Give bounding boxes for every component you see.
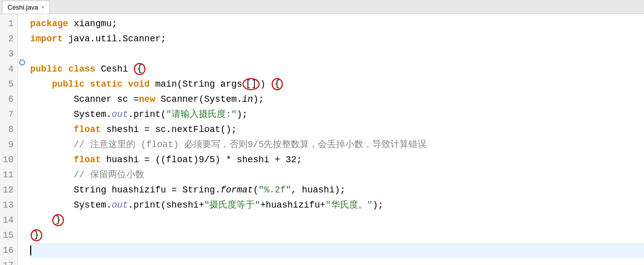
tab-bar: Ceshi.java × bbox=[0, 0, 644, 14]
code-line-10: float huashi = ((float)9/5) * sheshi + 3… bbox=[30, 152, 644, 167]
code-line-7: System.out.print("请输入摄氏度:"); bbox=[30, 107, 644, 122]
line-numbers: 1 2 3 4 5 6 7 8 9 10 11 12 13 14 15 16 1… bbox=[0, 14, 18, 265]
tab-ceshi[interactable]: Ceshi.java × bbox=[2, 1, 50, 14]
code-line-9: // 注意这里的 (float) 必须要写，否则9/5先按整数算，会丢掉小数，导… bbox=[30, 137, 644, 152]
breakpoint-icon bbox=[19, 59, 25, 65]
code-area[interactable]: package xiangmu; import java.util.Scanne… bbox=[26, 14, 644, 265]
left-gutter bbox=[18, 14, 26, 265]
code-line-2: import java.util.Scanner; bbox=[30, 31, 644, 46]
tab-close-icon[interactable]: × bbox=[41, 4, 44, 10]
code-line-17 bbox=[30, 258, 644, 265]
editor-container: 1 2 3 4 5 6 7 8 9 10 11 12 13 14 15 16 1… bbox=[0, 14, 644, 265]
code-line-1: package xiangmu; bbox=[30, 16, 644, 31]
code-line-4: public class Ceshi { bbox=[30, 61, 644, 77]
code-line-12: String huashizifu = String.format("%.2f"… bbox=[30, 182, 644, 197]
code-line-15: } bbox=[30, 228, 644, 243]
code-line-11: // 保留两位小数 bbox=[30, 167, 644, 182]
code-line-6: Scanner sc = new Scanner(System.in); bbox=[30, 92, 644, 107]
code-line-3 bbox=[30, 46, 644, 61]
code-line-5: public static void main(String args[]) { bbox=[30, 77, 644, 92]
tab-filename: Ceshi.java bbox=[8, 4, 38, 11]
code-line-16 bbox=[30, 243, 644, 258]
code-line-14: } bbox=[30, 213, 644, 228]
code-line-13: System.out.print(sheshi+"摄氏度等于"+huashizi… bbox=[30, 197, 644, 213]
code-line-8: float sheshi = sc.nextFloat(); bbox=[30, 122, 644, 137]
